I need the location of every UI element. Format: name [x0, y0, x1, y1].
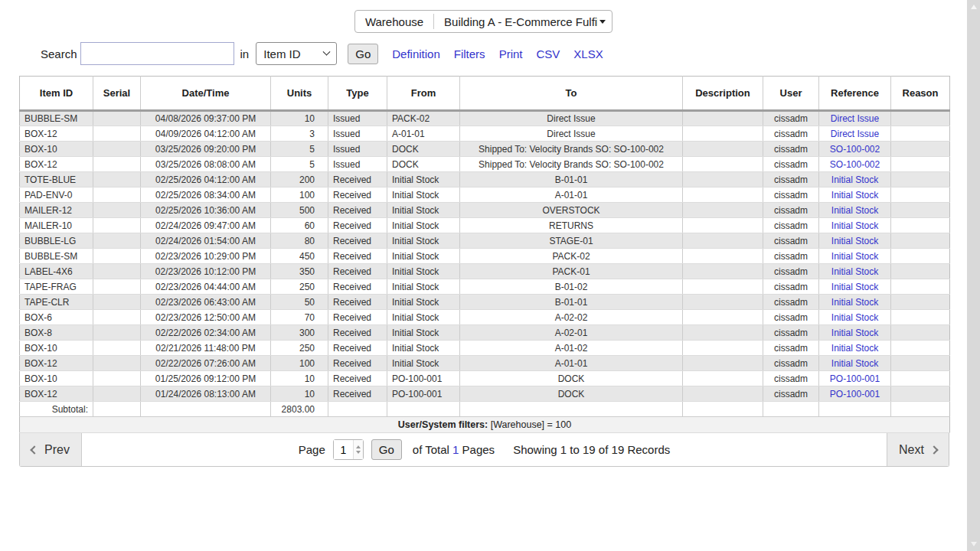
cell-to: B-01-01: [460, 295, 683, 310]
chevron-down-icon: [599, 20, 606, 24]
page-number-input[interactable]: [334, 440, 353, 459]
reference-link[interactable]: Initial Stock: [831, 358, 878, 369]
prev-label: Prev: [44, 443, 70, 457]
filters-row: User/System filters: [Warehouse] = 100: [20, 417, 950, 433]
cell-user: cissadm: [763, 172, 819, 187]
cell-from: Initial Stock: [387, 264, 460, 279]
cell-type: Issued: [328, 142, 387, 157]
cell-to: Shipped To: Velocity Brands SO: SO-100-0…: [460, 142, 683, 157]
column-header-reference: Reference: [819, 77, 891, 111]
cell-item-id: BOX-12: [20, 126, 93, 142]
reference-link[interactable]: Initial Stock: [831, 297, 878, 308]
reference-link[interactable]: Initial Stock: [831, 282, 878, 292]
reference-link[interactable]: Initial Stock: [831, 343, 878, 354]
cell-reference: Direct Issue: [819, 111, 891, 126]
cell-item-id: LABEL-4X6: [20, 264, 93, 279]
scroll-down-icon[interactable]: [971, 542, 977, 546]
reference-link[interactable]: Initial Stock: [831, 328, 878, 338]
reference-link[interactable]: Initial Stock: [831, 220, 878, 231]
reference-link[interactable]: SO-100-002: [830, 159, 880, 170]
reference-link[interactable]: Direct Issue: [831, 113, 879, 124]
system-filters-value: [Warehouse] = 100: [491, 419, 572, 430]
cell-from: DOCK: [387, 142, 460, 157]
cell-user: cissadm: [763, 386, 819, 402]
page-go-button[interactable]: Go: [371, 439, 402, 460]
cell-description: [683, 187, 763, 203]
warehouse-label: Warehouse: [355, 11, 433, 32]
cell-item-id: PAD-ENV-0: [20, 187, 93, 203]
column-header-to: To: [460, 77, 683, 111]
cell-reference: Initial Stock: [819, 264, 891, 279]
cell-description: [683, 386, 763, 402]
reference-link[interactable]: Initial Stock: [831, 190, 878, 201]
cell-from: PO-100-001: [387, 386, 460, 402]
cell-to: OVERSTOCK: [460, 203, 683, 218]
search-input[interactable]: [80, 42, 234, 65]
cell-units: 300: [271, 325, 328, 341]
cell-from: DOCK: [387, 157, 460, 172]
cell-serial: [93, 172, 141, 187]
cell-units: 50: [271, 295, 328, 310]
reference-link[interactable]: PO-100-001: [830, 373, 880, 384]
cell-from: Initial Stock: [387, 341, 460, 356]
cell-to: Shipped To: Velocity Brands SO: SO-100-0…: [460, 157, 683, 172]
cell-reference: Initial Stock: [819, 295, 891, 310]
cell-from: Initial Stock: [387, 249, 460, 264]
search-field-select[interactable]: Item ID: [256, 42, 337, 65]
xlsx-link[interactable]: XLSX: [573, 47, 603, 60]
spinner-up-icon[interactable]: [356, 445, 361, 448]
cell-to: A-01-01: [460, 187, 683, 203]
cell-item-id: BOX-12: [20, 386, 93, 402]
cell-reason: [891, 126, 950, 142]
scroll-up-icon[interactable]: [971, 5, 977, 9]
reference-link[interactable]: Initial Stock: [831, 251, 878, 262]
table-row: MAILER-1002/24/2026 09:47:00 AM60Receive…: [20, 218, 950, 233]
reference-link[interactable]: Initial Stock: [831, 236, 878, 246]
cell-description: [683, 325, 763, 341]
reference-link[interactable]: PO-100-001: [830, 389, 880, 399]
cell-units: 10: [271, 111, 328, 126]
cell-description: [683, 249, 763, 264]
reference-link[interactable]: Initial Stock: [831, 205, 878, 216]
cell-reference: Direct Issue: [819, 126, 891, 142]
warehouse-selector[interactable]: Warehouse Building A - E-Commerce Fulfil…: [354, 10, 612, 33]
table-header-row: Item ID Serial Date/Time Units Type From…: [20, 77, 950, 111]
search-go-button[interactable]: Go: [348, 44, 378, 64]
subtotal-label: Subtotal:: [20, 402, 93, 417]
definition-link[interactable]: Definition: [392, 47, 440, 60]
cell-units: 3: [271, 126, 328, 142]
cell-type: Received: [328, 325, 387, 341]
cell-from: Initial Stock: [387, 203, 460, 218]
table-row: TAPE-FRAG02/23/2026 04:44:00 AM250Receiv…: [20, 279, 950, 295]
next-label: Next: [899, 443, 924, 457]
reference-link[interactable]: Direct Issue: [831, 129, 879, 139]
cell-serial: [93, 218, 141, 233]
csv-link[interactable]: CSV: [536, 47, 560, 60]
reference-link[interactable]: Initial Stock: [831, 312, 878, 323]
cell-from: PACK-02: [387, 111, 460, 126]
reference-link[interactable]: SO-100-002: [830, 144, 880, 155]
prev-button[interactable]: Prev: [20, 433, 82, 466]
reference-link[interactable]: Initial Stock: [831, 266, 878, 277]
table-row: TOTE-BLUE02/25/2026 04:12:00 AM200Receiv…: [20, 172, 950, 187]
cell-reason: [891, 279, 950, 295]
cell-type: Received: [328, 279, 387, 295]
page-number-stepper: [333, 439, 364, 460]
cell-description: [683, 203, 763, 218]
cell-reference: SO-100-002: [819, 157, 891, 172]
cell-datetime: 02/25/2026 10:36:00 AM: [141, 203, 271, 218]
cell-description: [683, 157, 763, 172]
total-pages-count: 1: [452, 443, 459, 456]
cell-units: 5: [271, 142, 328, 157]
print-link[interactable]: Print: [499, 47, 523, 60]
next-button[interactable]: Next: [887, 433, 949, 466]
vertical-scrollbar[interactable]: [967, 0, 980, 551]
cell-reason: [891, 142, 950, 157]
cell-reason: [891, 264, 950, 279]
reference-link[interactable]: Initial Stock: [831, 174, 878, 185]
cell-datetime: 02/24/2026 01:54:00 AM: [141, 233, 271, 249]
cell-user: cissadm: [763, 279, 819, 295]
spinner-down-icon[interactable]: [356, 451, 361, 454]
cell-to: B-01-02: [460, 279, 683, 295]
filters-link[interactable]: Filters: [454, 47, 485, 60]
